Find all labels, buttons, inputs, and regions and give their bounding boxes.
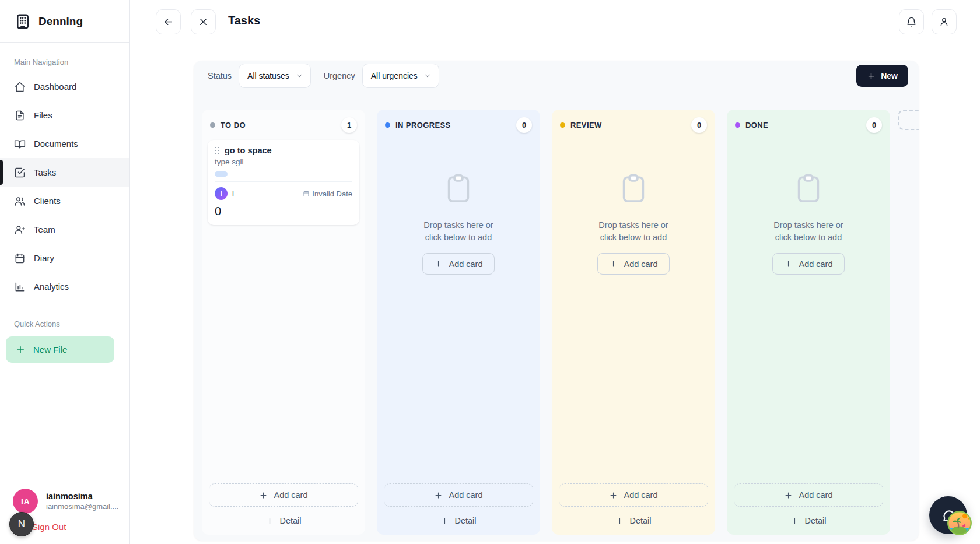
- divider: [215, 181, 352, 182]
- notifications-button[interactable]: [899, 9, 924, 34]
- avatar: IA: [13, 489, 38, 514]
- task-progress: 0: [215, 205, 352, 218]
- divider: [6, 377, 124, 377]
- assignee-label: i: [232, 189, 234, 198]
- column-header: IN PROGRESS 0: [377, 110, 540, 138]
- urgency-select[interactable]: All urgencies: [362, 64, 439, 88]
- island-avatar: [947, 510, 972, 536]
- book-open-icon: [14, 138, 26, 150]
- sidebar-item-label: Analytics: [34, 282, 69, 292]
- sidebar-item-label: Tasks: [34, 167, 56, 177]
- column-header: DONE 0: [727, 110, 890, 138]
- column-title: IN PROGRESS: [396, 121, 451, 129]
- back-button[interactable]: [156, 9, 181, 34]
- plus-icon: [434, 491, 443, 500]
- assignee-avatar: i: [215, 187, 228, 200]
- bar-chart-icon: [14, 281, 26, 293]
- status-filter-label: Status: [208, 71, 232, 80]
- column-in-progress: IN PROGRESS 0 Drop tasks here or click b…: [377, 110, 540, 535]
- status-dot: [560, 122, 565, 128]
- add-card-button[interactable]: Add card: [384, 483, 533, 507]
- chevron-down-icon: [424, 72, 432, 80]
- task-tag-pill: [215, 171, 228, 177]
- status-dot: [735, 122, 740, 128]
- plus-icon: [790, 517, 799, 525]
- sidebar-item-analytics[interactable]: Analytics: [0, 272, 130, 301]
- clipboard-icon: [617, 170, 650, 206]
- sidebar: Denning Main Navigation Dashboard Files …: [0, 0, 130, 544]
- column-title: TO DO: [220, 121, 246, 129]
- add-card-button[interactable]: Add card: [597, 253, 669, 275]
- empty-state: Drop tasks here or click below to add Ad…: [727, 170, 890, 275]
- user-email: iainmosima@gmail....: [46, 502, 118, 511]
- drag-handle-icon[interactable]: [215, 147, 219, 155]
- user-profile[interactable]: IA iainmosima iainmosima@gmail....: [13, 489, 118, 514]
- users-icon: [14, 195, 26, 207]
- new-file-button[interactable]: New File: [6, 336, 114, 363]
- bell-icon: [906, 16, 917, 27]
- sidebar-item-team[interactable]: Team: [0, 215, 130, 244]
- column-todo: TO DO 1 go to space type sgii i i Invali…: [202, 110, 365, 535]
- detail-button[interactable]: Detail: [202, 507, 365, 535]
- filter-bar: Status All statuses Urgency All urgencie…: [194, 61, 919, 91]
- plus-icon: [609, 259, 618, 268]
- sidebar-item-tasks[interactable]: Tasks: [0, 158, 130, 187]
- column-header: REVIEW 0: [552, 110, 715, 138]
- sidebar-item-clients[interactable]: Clients: [0, 187, 130, 215]
- add-card-button[interactable]: Add card: [422, 253, 494, 275]
- add-card-button[interactable]: Add card: [209, 483, 358, 507]
- sidebar-item-dashboard[interactable]: Dashboard: [0, 72, 130, 101]
- add-column-placeholder[interactable]: [898, 110, 919, 130]
- detail-button[interactable]: Detail: [552, 507, 715, 535]
- add-card-button[interactable]: Add card: [734, 483, 883, 507]
- sign-out-label: Sign Out: [32, 522, 66, 532]
- close-icon: [198, 16, 209, 27]
- new-task-label: New: [881, 71, 898, 80]
- app-name: Denning: [38, 15, 83, 28]
- task-card[interactable]: go to space type sgii i i Invalid Date 0: [208, 140, 359, 225]
- empty-state-text: Drop tasks here or click below to add: [774, 219, 843, 244]
- detail-button[interactable]: Detail: [727, 507, 890, 535]
- urgency-select-value: All urgencies: [371, 71, 418, 80]
- empty-state-text: Drop tasks here or click below to add: [598, 219, 668, 244]
- status-dot: [210, 122, 215, 128]
- arrow-left-icon: [163, 16, 174, 27]
- status-select[interactable]: All statuses: [239, 64, 311, 88]
- new-task-button[interactable]: New: [856, 65, 908, 87]
- add-card-button[interactable]: Add card: [559, 483, 708, 507]
- calendar-icon: [303, 190, 310, 197]
- sidebar-item-documents[interactable]: Documents: [0, 129, 130, 158]
- task-title: go to space: [225, 146, 272, 155]
- empty-state-text: Drop tasks here or click below to add: [424, 219, 493, 244]
- chat-fab-button[interactable]: [929, 496, 967, 534]
- task-description: type sgii: [215, 157, 352, 166]
- column-count-badge: 1: [341, 117, 357, 133]
- plus-icon: [784, 491, 793, 500]
- home-icon: [14, 81, 26, 93]
- board-columns: TO DO 1 go to space type sgii i i Invali…: [194, 91, 919, 541]
- plus-icon: [784, 259, 793, 268]
- user-name: iainmosima: [46, 492, 118, 501]
- chevron-down-icon: [295, 72, 303, 80]
- plus-icon: [434, 259, 443, 268]
- profile-button[interactable]: [932, 9, 957, 34]
- sidebar-item-label: Documents: [34, 139, 78, 149]
- sidebar-item-label: Files: [34, 110, 52, 120]
- empty-state: Drop tasks here or click below to add Ad…: [377, 170, 540, 275]
- extension-badge[interactable]: N: [9, 512, 34, 536]
- sidebar-item-files[interactable]: Files: [0, 101, 130, 129]
- due-date: Invalid Date: [303, 189, 352, 198]
- detail-button[interactable]: Detail: [377, 507, 540, 535]
- page-title: Tasks: [228, 14, 260, 27]
- sidebar-item-label: Diary: [34, 253, 54, 263]
- column-title: DONE: [746, 121, 768, 129]
- add-card-button[interactable]: Add card: [772, 253, 844, 275]
- plus-icon: [609, 491, 618, 500]
- calendar-icon: [14, 252, 26, 264]
- sidebar-item-diary[interactable]: Diary: [0, 244, 130, 272]
- close-button[interactable]: [191, 9, 216, 34]
- column-done: DONE 0 Drop tasks here or click below to…: [727, 110, 890, 535]
- plus-icon: [615, 517, 624, 525]
- empty-state: Drop tasks here or click below to add Ad…: [552, 170, 715, 275]
- column-count-badge: 0: [516, 117, 532, 133]
